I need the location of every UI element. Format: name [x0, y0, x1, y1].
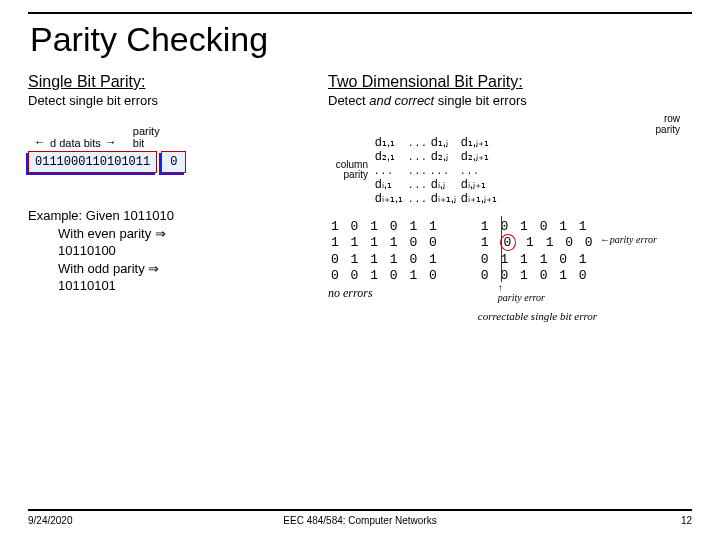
example-block: Example: Given 1011010 With even parity …: [28, 207, 308, 295]
parity-error-bottom-label: ↑parity error: [498, 283, 545, 303]
parity-bit-box: 0: [161, 151, 186, 173]
data-bits-box: 0111000110101011: [28, 151, 157, 173]
left-subheading: Detect single bit errors: [28, 93, 308, 108]
arrow-left-icon: ←: [34, 135, 46, 149]
d-bits-label: d data bits: [50, 137, 101, 149]
row-parity-label: row parity: [544, 114, 692, 135]
correctable-caption: correctable single bit error: [478, 310, 598, 322]
twod-matrix-diagram: row parity column parity d₁,₁. . .d₁,ⱼd₁…: [328, 114, 692, 205]
bits-no-error: 1 0 1 0 1 1 1 1 1 1 0 0 0 1 1 1 0 1 0 0 …: [328, 219, 442, 322]
footer-course: EEC 484/584: Computer Networks: [283, 515, 436, 526]
footer-date: 9/24/2020: [28, 515, 73, 526]
no-errors-caption: no errors: [328, 286, 442, 301]
parity-bit-label: parity bit: [133, 126, 160, 149]
arrow-right-icon: →: [105, 135, 117, 149]
error-bit-circle-icon: 0: [500, 234, 516, 251]
col-twod-parity: Two Dimensional Bit Parity: Detect and c…: [328, 67, 692, 322]
single-parity-diagram: ← d data bits → parity bit 0111000110101…: [28, 126, 308, 173]
single-parity-boxes: 0111000110101011 0: [28, 151, 308, 173]
right-heading: Two Dimensional Bit Parity:: [328, 73, 692, 91]
example-line5: 10110101: [58, 277, 308, 295]
slide-title: Parity Checking: [30, 20, 692, 59]
single-parity-labels: ← d data bits → parity bit: [34, 126, 308, 149]
title-rule: [28, 12, 692, 14]
left-heading: Single Bit Parity:: [28, 73, 308, 91]
example-line3: 10110100: [58, 242, 308, 260]
column-parity-label: column parity: [328, 160, 368, 181]
example-line2: With even parity ⇒: [58, 225, 308, 243]
bit-examples: 1 0 1 0 1 1 1 1 1 1 0 0 0 1 1 1 0 1 0 0 …: [328, 219, 692, 322]
parity-error-right-label: ←parity error: [600, 235, 657, 245]
footer: 9/24/2020 EEC 484/584: Computer Networks…: [28, 509, 692, 526]
bits-with-error: 1 0 1 0 1 1 1 0 1 1 0 0 0 1 1 1 0 1 0 0 …: [478, 219, 598, 322]
example-line4: With odd parity ⇒: [58, 260, 308, 278]
right-subheading: Detect and correct single bit errors: [328, 93, 692, 108]
slide: Parity Checking Single Bit Parity: Detec…: [0, 0, 720, 540]
content-columns: Single Bit Parity: Detect single bit err…: [28, 67, 692, 322]
d-matrix: d₁,₁. . .d₁,ⱼd₁,ⱼ₊₁ d₂,₁. . .d₂,ⱼd₂,ⱼ₊₁ …: [374, 135, 502, 205]
example-line1: Example: Given 1011010: [28, 207, 308, 225]
col-single-parity: Single Bit Parity: Detect single bit err…: [28, 67, 308, 322]
footer-page: 12: [681, 515, 692, 526]
error-vline-icon: [501, 216, 502, 282]
